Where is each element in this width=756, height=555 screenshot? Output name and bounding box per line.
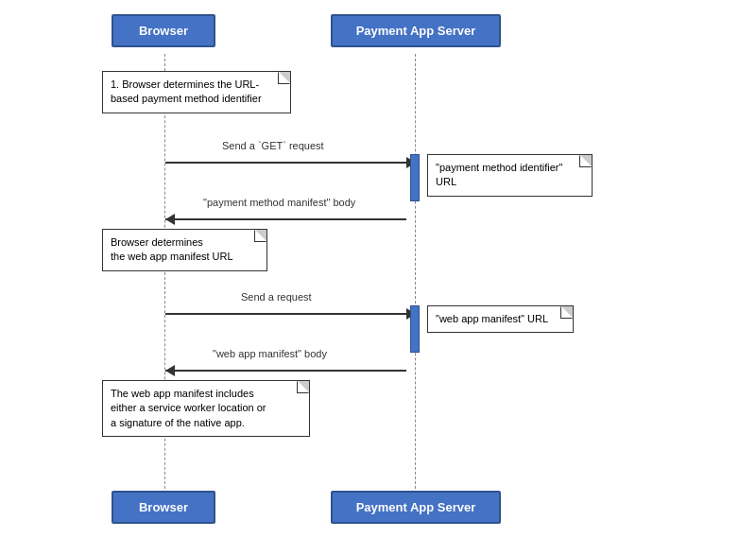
sequence-diagram: Browser Payment App Server 1. Browser de…: [0, 0, 756, 555]
manifest-body-line: [165, 218, 406, 220]
web-manifest-body-label: "web app manifest" body: [213, 348, 327, 359]
server-top-box: Payment App Server: [331, 14, 501, 47]
note-web-app-manifest-text: Browser determinesthe web app manifest U…: [111, 236, 233, 262]
manifest-body-label: "payment method manifest" body: [203, 197, 355, 208]
browser-bottom-box: Browser: [112, 491, 215, 524]
manifest-body-arrowhead: [165, 214, 175, 225]
note-payment-method-id-url: "payment method identifier" URL: [427, 154, 593, 197]
server-activation-2: [410, 305, 420, 353]
server-lifeline: [415, 54, 416, 503]
web-manifest-body-line: [165, 370, 406, 372]
manifest-body-arrow: "payment method manifest" body: [165, 210, 416, 229]
web-manifest-body-arrow: "web app manifest" body: [165, 361, 416, 380]
send-request-label: Send a request: [241, 291, 312, 303]
note-browser-determines-url: 1. Browser determines the URL-based paym…: [102, 71, 291, 113]
note-web-app-manifest-url-server: "web app manifest" URL: [427, 305, 574, 333]
send-request-line: [165, 313, 406, 315]
get-request-arrow: Send a `GET` request: [165, 153, 416, 172]
server-activation-1: [410, 154, 420, 201]
web-manifest-body-arrowhead: [165, 365, 175, 376]
send-request-arrow: Send a request: [165, 304, 416, 323]
get-request-line: [165, 162, 406, 164]
browser-top-box: Browser: [112, 14, 215, 47]
server-bottom-box: Payment App Server: [331, 491, 501, 524]
note-payment-method-id-text: "payment method identifier" URL: [436, 162, 562, 187]
note-web-app-manifest-url-text: "web app manifest" URL: [436, 313, 548, 324]
note-web-app-manifest-includes-text: The web app manifest includeseither a se…: [111, 388, 266, 428]
note-web-app-manifest-includes: The web app manifest includeseither a se…: [102, 380, 310, 437]
note-web-app-manifest-url: Browser determinesthe web app manifest U…: [102, 229, 267, 271]
get-request-label: Send a `GET` request: [222, 140, 324, 151]
